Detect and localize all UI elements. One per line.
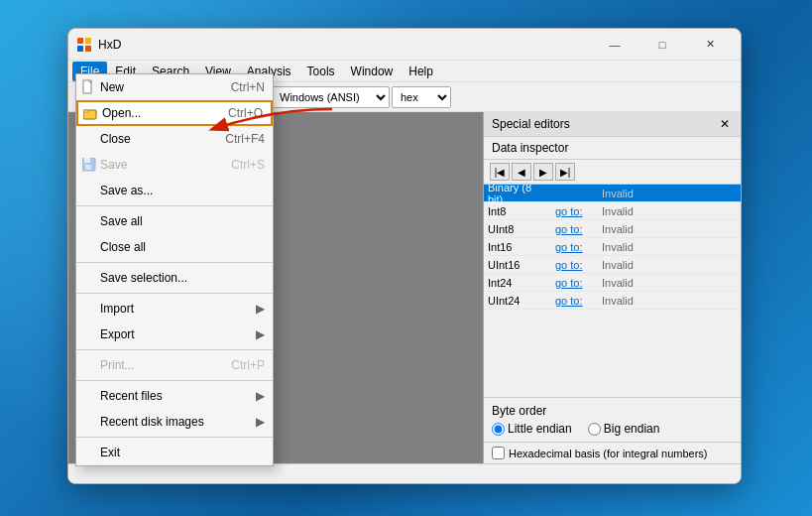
dd-label-saveas: Save as... — [100, 184, 265, 197]
minimize-button[interactable]: — — [592, 29, 638, 61]
svg-rect-14 — [84, 158, 90, 163]
dd-shortcut-close: Ctrl+F4 — [225, 132, 265, 146]
di-link-uint24[interactable]: go to: — [553, 295, 598, 307]
di-val-int8: Invalid — [598, 205, 741, 217]
di-val-int16: Invalid — [598, 241, 741, 253]
di-val-binary: Invalid — [598, 188, 741, 199]
dd-item-export[interactable]: Export ▶ — [76, 322, 273, 347]
di-name-int24: Int24 — [484, 277, 553, 289]
di-nav-prev[interactable]: ◀ — [512, 163, 531, 181]
byte-order-section: Byte order Little endian Big endian — [484, 397, 741, 442]
dd-shortcut-save: Ctrl+S — [231, 158, 265, 172]
menu-help[interactable]: Help — [401, 62, 441, 81]
di-row-uint16: UInt16 go to: Invalid — [484, 256, 741, 274]
dd-sep-1 — [76, 205, 273, 206]
dd-label-print: Print... — [100, 358, 223, 372]
dd-sep-2 — [76, 262, 273, 263]
export-arrow-icon: ▶ — [256, 327, 265, 341]
di-val-uint24: Invalid — [598, 295, 741, 307]
dd-item-import[interactable]: Import ▶ — [76, 296, 273, 322]
di-val-uint16: Invalid — [598, 259, 741, 271]
hex-basis-checkbox[interactable] — [492, 447, 505, 459]
special-panel: Special editors ✕ Data inspector |◀ ◀ ▶ … — [483, 112, 741, 463]
svg-rect-3 — [85, 46, 91, 52]
dd-label-saveall: Save all — [100, 214, 265, 228]
title-bar: HxD — □ ✕ — [68, 29, 741, 61]
svg-rect-0 — [77, 38, 83, 44]
di-row-int16: Int16 go to: Invalid — [484, 238, 741, 256]
view-select[interactable]: hex — [392, 86, 451, 108]
dd-label-export: Export — [100, 327, 256, 341]
svg-rect-2 — [77, 46, 83, 52]
byte-order-radios: Little endian Big endian — [492, 422, 733, 436]
di-row-int8: Int8 go to: Invalid — [484, 202, 741, 220]
dd-item-open[interactable]: Open... Ctrl+O — [76, 100, 273, 126]
di-row-uint24: UInt24 go to: Invalid — [484, 292, 741, 310]
save-file-icon — [80, 156, 98, 174]
dd-item-close[interactable]: Close Ctrl+F4 — [76, 126, 273, 152]
dd-shortcut-print: Ctrl+P — [231, 358, 265, 372]
dd-item-savesel[interactable]: Save selection... — [76, 265, 273, 291]
hex-basis-label: Hexadecimal basis (for integral numbers) — [509, 448, 708, 459]
menu-window[interactable]: Window — [343, 62, 402, 81]
dd-label-savesel: Save selection... — [100, 271, 265, 285]
di-name-int16: Int16 — [484, 241, 553, 253]
di-row-uint8: UInt8 go to: Invalid — [484, 220, 741, 238]
dd-item-new[interactable]: New Ctrl+N — [76, 74, 273, 100]
di-link-int24[interactable]: go to: — [553, 277, 598, 289]
data-inspector-title: Data inspector — [484, 137, 741, 160]
dd-item-exit[interactable]: Exit — [76, 440, 273, 465]
di-name-int8: Int8 — [484, 205, 553, 217]
dd-label-open: Open... — [102, 106, 220, 120]
new-file-icon — [80, 78, 98, 96]
dd-label-recentfiles: Recent files — [100, 389, 256, 403]
svg-rect-1 — [85, 38, 91, 44]
panel-close-btn[interactable]: ✕ — [717, 116, 733, 132]
app-icon — [76, 37, 92, 53]
di-name-binary: Binary (8 bit) — [484, 185, 553, 205]
radio-big-endian[interactable]: Big endian — [588, 422, 660, 436]
open-file-icon — [82, 104, 100, 122]
di-row-int24: Int24 go to: Invalid — [484, 274, 741, 292]
dd-label-closeall: Close all — [100, 240, 265, 254]
di-nav-next[interactable]: ▶ — [533, 163, 553, 181]
title-controls: — □ ✕ — [592, 29, 733, 61]
import-arrow-icon: ▶ — [256, 302, 265, 316]
byte-order-title: Byte order — [492, 404, 733, 418]
di-val-uint8: Invalid — [598, 223, 741, 235]
file-dropdown-menu: New Ctrl+N Open... Ctrl+O Close Ctrl+F4 … — [75, 73, 274, 466]
di-link-int16[interactable]: go to: — [553, 241, 598, 253]
di-nav-last[interactable]: ▶| — [555, 163, 575, 181]
dd-label-recentdisk: Recent disk images — [100, 415, 256, 429]
dd-sep-4 — [76, 349, 273, 350]
dd-item-saveas[interactable]: Save as... — [76, 178, 273, 203]
dd-item-saveall[interactable]: Save all — [76, 208, 273, 234]
dd-sep-3 — [76, 293, 273, 294]
di-link-uint8[interactable]: go to: — [553, 223, 598, 235]
di-nav: |◀ ◀ ▶ ▶| — [484, 160, 741, 185]
menu-tools[interactable]: Tools — [299, 62, 343, 81]
close-button[interactable]: ✕ — [687, 29, 733, 61]
dd-item-recentdisk[interactable]: Recent disk images ▶ — [76, 409, 273, 435]
window-title: HxD — [98, 38, 592, 52]
special-panel-header: Special editors ✕ — [484, 112, 741, 137]
dd-shortcut-open: Ctrl+O — [228, 106, 263, 120]
dd-label-import: Import — [100, 302, 256, 316]
di-val-int24: Invalid — [598, 277, 741, 289]
svg-rect-15 — [85, 165, 91, 170]
radio-little-endian[interactable]: Little endian — [492, 422, 572, 436]
di-nav-first[interactable]: |◀ — [490, 163, 510, 181]
dd-item-print[interactable]: Print... Ctrl+P — [76, 352, 273, 378]
encoding-select[interactable]: Windows (ANSI) — [271, 86, 390, 108]
dd-sep-6 — [76, 437, 273, 438]
dd-item-closeall[interactable]: Close all — [76, 234, 273, 260]
di-table: Binary (8 bit) Invalid Int8 go to: Inval… — [484, 185, 741, 397]
dd-item-recentfiles[interactable]: Recent files ▶ — [76, 383, 273, 409]
dd-label-exit: Exit — [100, 446, 265, 459]
di-link-int8[interactable]: go to: — [553, 205, 598, 217]
dd-item-save[interactable]: Save Ctrl+S — [76, 152, 273, 178]
special-panel-title: Special editors — [492, 117, 570, 131]
status-bar — [68, 463, 741, 483]
di-link-uint16[interactable]: go to: — [553, 259, 598, 271]
maximize-button[interactable]: □ — [639, 29, 685, 61]
